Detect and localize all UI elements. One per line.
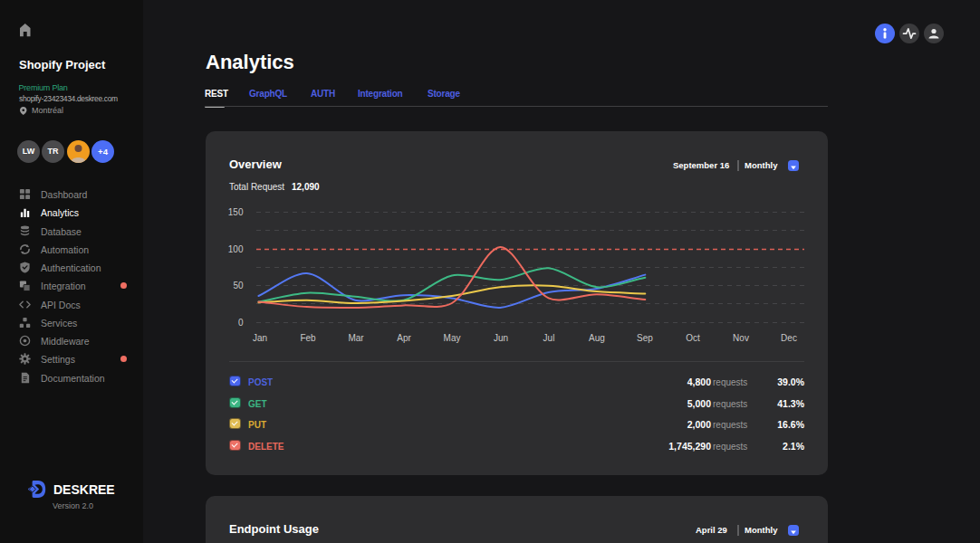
svg-text:100: 100: [228, 244, 244, 254]
svg-text:Jun: Jun: [494, 333, 508, 343]
svg-text:Apr: Apr: [397, 333, 411, 343]
svg-text:Dec: Dec: [781, 333, 797, 343]
svg-text:Mar: Mar: [348, 333, 364, 343]
svg-text:May: May: [444, 333, 461, 343]
svg-text:Jul: Jul: [543, 333, 555, 343]
svg-text:Jan: Jan: [253, 333, 267, 343]
svg-text:Feb: Feb: [300, 333, 316, 343]
svg-text:Nov: Nov: [733, 333, 749, 343]
svg-text:Aug: Aug: [589, 333, 605, 343]
svg-text:50: 50: [233, 281, 244, 291]
svg-text:Oct: Oct: [686, 333, 700, 343]
svg-text:Sep: Sep: [637, 333, 653, 343]
svg-text:0: 0: [238, 318, 244, 328]
svg-text:150: 150: [228, 207, 244, 217]
